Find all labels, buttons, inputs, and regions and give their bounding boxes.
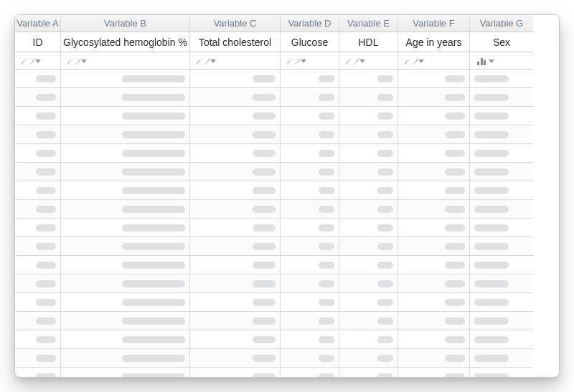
- table-cell[interactable]: [470, 293, 533, 312]
- table-cell[interactable]: [61, 88, 190, 107]
- table-cell[interactable]: [339, 256, 398, 274]
- column-type-selector[interactable]: [15, 52, 61, 70]
- table-cell[interactable]: [398, 312, 470, 330]
- table-cell[interactable]: [190, 107, 281, 125]
- table-cell[interactable]: [61, 256, 190, 274]
- table-cell[interactable]: [61, 200, 190, 219]
- table-cell[interactable]: [470, 368, 533, 378]
- table-cell[interactable]: [61, 219, 190, 237]
- column-type-selector[interactable]: [281, 52, 339, 70]
- column-name-header[interactable]: Age in years: [398, 32, 470, 52]
- table-cell[interactable]: [61, 349, 190, 368]
- table-cell[interactable]: [339, 107, 398, 125]
- table-cell[interactable]: [470, 274, 533, 293]
- table-cell[interactable]: [281, 107, 339, 125]
- table-cell[interactable]: [470, 256, 533, 274]
- numeric-type-icon[interactable]: [67, 55, 88, 67]
- table-cell[interactable]: [190, 274, 281, 293]
- table-cell[interactable]: [339, 70, 398, 88]
- table-cell[interactable]: [398, 70, 470, 88]
- table-cell[interactable]: [398, 219, 470, 237]
- table-cell[interactable]: [15, 181, 61, 200]
- column-type-selector[interactable]: [190, 52, 281, 70]
- table-cell[interactable]: [15, 293, 61, 312]
- column-variable-header[interactable]: Variable E: [339, 15, 398, 32]
- table-cell[interactable]: [470, 163, 533, 181]
- table-cell[interactable]: [61, 181, 190, 200]
- table-cell[interactable]: [281, 125, 339, 144]
- column-variable-header[interactable]: Variable B: [61, 15, 190, 32]
- column-variable-header[interactable]: Variable F: [398, 15, 470, 32]
- table-cell[interactable]: [339, 330, 398, 349]
- table-cell[interactable]: [398, 293, 470, 312]
- table-cell[interactable]: [339, 274, 398, 293]
- table-cell[interactable]: [61, 70, 190, 88]
- table-cell[interactable]: [281, 312, 339, 330]
- table-cell[interactable]: [398, 88, 470, 107]
- table-cell[interactable]: [339, 368, 398, 378]
- column-variable-header[interactable]: Variable G: [470, 15, 533, 32]
- table-cell[interactable]: [398, 368, 470, 378]
- table-cell[interactable]: [281, 330, 339, 349]
- table-cell[interactable]: [339, 88, 398, 107]
- table-cell[interactable]: [339, 349, 398, 368]
- table-cell[interactable]: [190, 219, 281, 237]
- table-cell[interactable]: [398, 107, 470, 125]
- table-cell[interactable]: [281, 349, 339, 368]
- table-cell[interactable]: [281, 256, 339, 274]
- table-cell[interactable]: [15, 88, 61, 107]
- table-cell[interactable]: [190, 70, 281, 88]
- table-cell[interactable]: [190, 200, 281, 219]
- table-cell[interactable]: [339, 237, 398, 256]
- table-cell[interactable]: [61, 125, 190, 144]
- table-cell[interactable]: [398, 144, 470, 163]
- column-type-selector[interactable]: [61, 52, 190, 70]
- table-cell[interactable]: [190, 144, 281, 163]
- table-cell[interactable]: [281, 274, 339, 293]
- table-cell[interactable]: [470, 125, 533, 144]
- table-cell[interactable]: [15, 330, 61, 349]
- table-cell[interactable]: [470, 200, 533, 219]
- column-type-selector[interactable]: [470, 52, 533, 70]
- column-name-header[interactable]: Glycosylated hemoglobin %: [61, 32, 190, 52]
- column-name-header[interactable]: Glucose: [281, 32, 339, 52]
- table-cell[interactable]: [61, 293, 190, 312]
- table-cell[interactable]: [61, 274, 190, 293]
- numeric-type-icon[interactable]: [345, 55, 367, 67]
- table-cell[interactable]: [61, 237, 190, 256]
- table-cell[interactable]: [15, 349, 61, 368]
- table-cell[interactable]: [190, 237, 281, 256]
- table-cell[interactable]: [281, 237, 339, 256]
- table-cell[interactable]: [15, 368, 61, 378]
- column-type-selector[interactable]: [398, 52, 470, 70]
- table-cell[interactable]: [190, 349, 281, 368]
- table-cell[interactable]: [15, 144, 61, 163]
- table-cell[interactable]: [281, 70, 339, 88]
- column-variable-header[interactable]: Variable C: [190, 15, 281, 32]
- table-cell[interactable]: [470, 70, 533, 88]
- table-cell[interactable]: [15, 107, 61, 125]
- table-cell[interactable]: [398, 274, 470, 293]
- table-cell[interactable]: [339, 181, 398, 200]
- table-cell[interactable]: [190, 181, 281, 200]
- table-cell[interactable]: [15, 237, 61, 256]
- numeric-type-icon[interactable]: [286, 55, 308, 67]
- column-name-header[interactable]: HDL: [339, 32, 398, 52]
- table-cell[interactable]: [470, 237, 533, 256]
- table-cell[interactable]: [190, 312, 281, 330]
- table-cell[interactable]: [61, 312, 190, 330]
- column-variable-header[interactable]: Variable A: [15, 15, 61, 32]
- table-cell[interactable]: [190, 368, 281, 378]
- table-cell[interactable]: [15, 163, 61, 181]
- table-cell[interactable]: [339, 312, 398, 330]
- table-cell[interactable]: [190, 125, 281, 144]
- table-cell[interactable]: [398, 163, 470, 181]
- table-cell[interactable]: [470, 312, 533, 330]
- table-cell[interactable]: [398, 237, 470, 256]
- table-cell[interactable]: [398, 200, 470, 219]
- table-cell[interactable]: [281, 181, 339, 200]
- table-cell[interactable]: [470, 219, 533, 237]
- table-cell[interactable]: [398, 125, 470, 144]
- table-cell[interactable]: [281, 200, 339, 219]
- table-cell[interactable]: [15, 219, 61, 237]
